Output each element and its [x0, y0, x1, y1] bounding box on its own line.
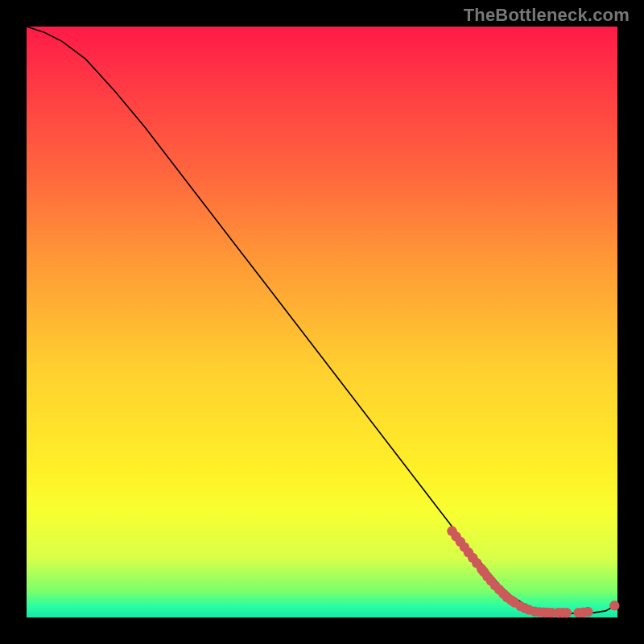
chart-frame: TheBottleneck.com	[0, 0, 644, 644]
curve-line	[27, 27, 617, 613]
data-point	[583, 607, 592, 617]
scatter-dots	[447, 526, 619, 618]
watermark-label: TheBottleneck.com	[464, 5, 630, 26]
data-point	[562, 608, 572, 617]
data-point	[609, 601, 619, 610]
chart-overlay	[27, 27, 617, 617]
